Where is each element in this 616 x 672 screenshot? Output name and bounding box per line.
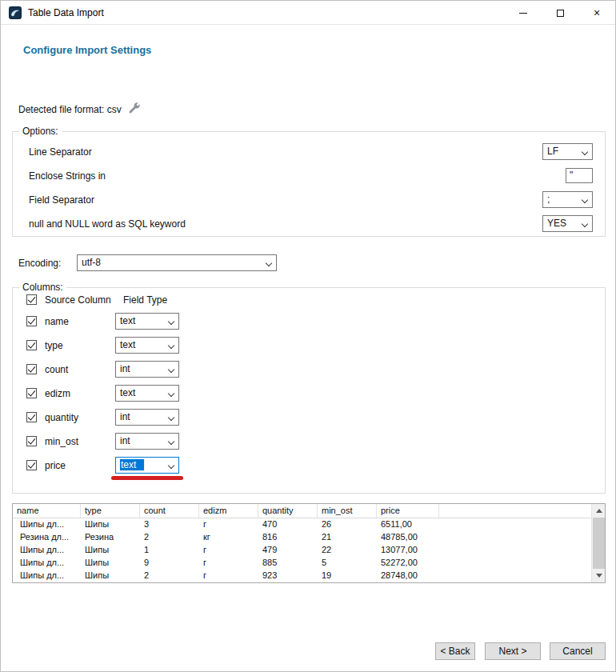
line-separator-select[interactable]: LF — [542, 143, 593, 160]
table-cell: 28748,00 — [377, 570, 439, 582]
column-row-price: price text — [13, 456, 605, 480]
table-cell: 5 — [318, 557, 377, 570]
checkbox-edizm[interactable] — [26, 388, 37, 398]
maximize-icon — [557, 10, 564, 17]
window-title: Table Data Import — [28, 7, 104, 18]
chevron-down-icon — [266, 260, 272, 266]
column-header[interactable]: edizm — [199, 504, 258, 518]
next-button[interactable]: Next > — [485, 642, 541, 660]
column-row-edizm: edizm text — [13, 384, 605, 408]
field-type-select-count[interactable]: int — [115, 361, 179, 378]
checkbox-name[interactable] — [26, 316, 37, 326]
chevron-down-icon — [168, 438, 174, 445]
chevron-down-icon — [582, 149, 588, 155]
table-row[interactable]: Резина дл... Резина 2 кг 816 21 48785,00 — [13, 531, 605, 544]
table-cell: Резина — [81, 531, 140, 544]
table-cell: 1 — [140, 544, 199, 557]
checkbox-min-ost[interactable] — [26, 436, 37, 446]
maximize-button[interactable] — [542, 1, 578, 25]
field-separator-select[interactable]: ; — [542, 191, 593, 208]
column-name-label: min_ost — [45, 436, 78, 447]
table-cell: 479 — [258, 544, 318, 557]
field-separator-label: Field Separator — [29, 194, 94, 206]
enclose-strings-input[interactable]: " — [566, 168, 593, 183]
field-type-select-name[interactable]: text — [115, 313, 179, 330]
table-row[interactable]: Шипы дл... Шипы 2 г 923 19 28748,00 — [13, 570, 605, 582]
close-icon: × — [594, 7, 600, 18]
line-separator-value: LF — [547, 146, 558, 157]
preview-header-row: name type count edizm quantity min_ost p… — [13, 504, 605, 518]
null-keyword-select[interactable]: YES — [542, 215, 593, 232]
table-row[interactable]: Шипы дл... Шипы 1 г 479 22 13077,00 — [13, 544, 605, 557]
scrollbar-thumb[interactable] — [593, 518, 605, 569]
enclose-strings-value: " — [570, 170, 573, 181]
field-type-select-edizm[interactable]: text — [115, 385, 179, 402]
chevron-down-icon — [582, 197, 588, 203]
wrench-icon[interactable] — [127, 101, 142, 115]
column-row-name: name text — [13, 312, 605, 336]
encoding-select[interactable]: utf-8 — [77, 254, 277, 271]
table-cell: Шипы — [81, 557, 140, 570]
table-data-import-window: Table Data Import × Configure Import Set… — [0, 0, 616, 672]
field-type-header: Field Type — [123, 294, 167, 306]
field-type-value: text — [120, 387, 135, 398]
column-row-min-ost: min_ost int — [13, 432, 605, 456]
table-cell: 21 — [318, 531, 377, 544]
checkbox-quantity[interactable] — [26, 412, 37, 422]
column-header[interactable]: count — [140, 504, 199, 518]
checkbox-price[interactable] — [26, 460, 37, 470]
column-header[interactable]: name — [13, 504, 81, 518]
back-button[interactable]: < Back — [435, 642, 475, 660]
table-cell: 816 — [258, 531, 318, 544]
window-controls: × — [505, 1, 615, 25]
field-type-select-type[interactable]: text — [115, 337, 179, 354]
table-cell: 3 — [140, 518, 199, 531]
table-row[interactable]: Шипы дл... Шипы 9 г 885 5 52272,00 — [13, 557, 605, 570]
table-cell: 52272,00 — [377, 557, 439, 570]
column-header[interactable]: quantity — [258, 504, 318, 518]
table-cell: Шипы дл... — [13, 518, 81, 531]
minimize-button[interactable] — [505, 1, 542, 25]
scroll-up-icon[interactable] — [592, 504, 606, 518]
close-button[interactable]: × — [578, 1, 615, 25]
chevron-down-icon — [168, 414, 174, 421]
field-type-value: int — [120, 435, 130, 446]
table-cell: Шипы — [81, 518, 140, 531]
table-cell: Шипы — [81, 570, 140, 582]
columns-group: Columns: Source Column Field Type name t… — [12, 287, 606, 494]
table-cell: г — [199, 557, 258, 570]
field-type-select-price[interactable]: text — [115, 457, 179, 474]
source-column-header: Source Column — [45, 294, 111, 306]
columns-group-label: Columns: — [19, 282, 66, 293]
field-type-value-selected: text — [120, 459, 144, 470]
column-header[interactable]: min_ost — [318, 504, 377, 518]
chevron-down-icon — [168, 318, 174, 325]
table-cell: 923 — [258, 570, 318, 582]
preview-table: name type count edizm quantity min_ost p… — [12, 503, 606, 583]
enclose-strings-label: Enclose Strings in — [29, 170, 106, 182]
checkbox-type[interactable] — [26, 340, 37, 350]
field-type-value: text — [120, 315, 135, 326]
line-separator-label: Line Separator — [29, 146, 92, 158]
titlebar[interactable]: Table Data Import × — [1, 1, 615, 25]
column-name-label: price — [45, 460, 66, 471]
table-cell: г — [199, 544, 258, 557]
table-cell: Шипы дл... — [13, 570, 81, 582]
column-header[interactable]: price — [377, 504, 439, 518]
scrollbar[interactable] — [591, 504, 605, 582]
cancel-button[interactable]: Cancel — [550, 642, 606, 660]
checkbox-count[interactable] — [26, 364, 37, 374]
scroll-down-icon[interactable] — [592, 569, 606, 582]
page-title: Configure Import Settings — [23, 44, 151, 56]
table-cell: 2 — [140, 570, 199, 582]
table-cell: г — [199, 570, 258, 582]
column-header[interactable]: type — [81, 504, 140, 518]
field-type-select-quantity[interactable]: int — [115, 409, 179, 426]
table-cell: 885 — [258, 557, 318, 570]
column-row-quantity: quantity int — [13, 408, 605, 432]
detected-format-label: Detected file format: — [18, 104, 104, 115]
table-cell: 19 — [318, 570, 377, 582]
checkbox-select-all[interactable] — [26, 294, 37, 305]
table-row[interactable]: Шипы дл... Шипы 3 г 470 26 6511,00 — [13, 518, 605, 531]
field-type-select-min-ost[interactable]: int — [115, 433, 179, 450]
